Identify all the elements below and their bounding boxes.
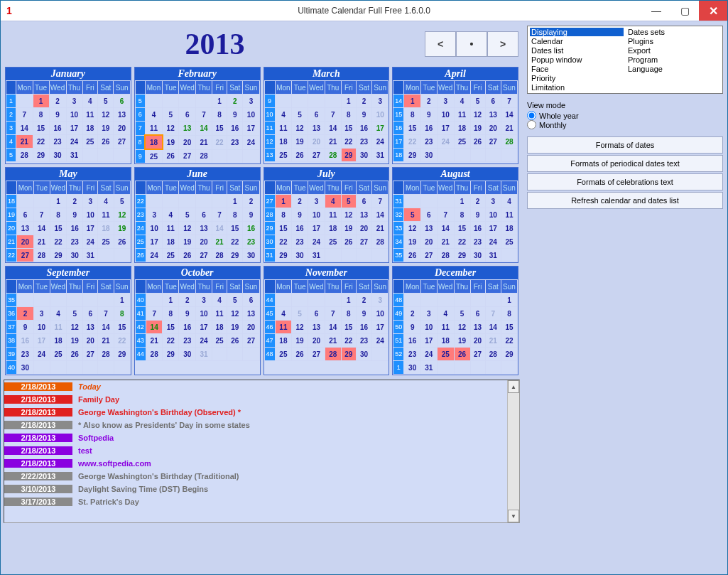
day-cell[interactable]: 19 xyxy=(67,334,83,348)
day-cell[interactable]: 13 xyxy=(420,222,437,235)
day-cell[interactable]: 12 xyxy=(98,108,114,122)
day-cell[interactable]: 1 xyxy=(275,195,292,208)
day-cell[interactable]: 18 xyxy=(275,334,292,348)
day-cell[interactable]: 9 xyxy=(67,208,83,222)
day-cell[interactable]: 20 xyxy=(243,321,259,334)
day-cell[interactable]: 3 xyxy=(196,294,212,307)
day-cell[interactable]: 20 xyxy=(485,122,501,135)
day-cell[interactable]: 14 xyxy=(196,122,212,136)
day-cell[interactable]: 27 xyxy=(17,249,34,262)
day-cell[interactable]: 19 xyxy=(114,222,130,235)
day-cell[interactable]: 30 xyxy=(356,348,371,361)
next-button[interactable]: > xyxy=(487,31,518,57)
day-cell[interactable]: 20 xyxy=(114,122,130,135)
day-cell[interactable]: 9 xyxy=(470,208,485,222)
day-cell[interactable]: 13 xyxy=(470,321,485,334)
day-cell[interactable]: 18 xyxy=(275,135,292,149)
day-cell[interactable]: 25 xyxy=(275,149,292,162)
settings-item-export[interactable]: Export xyxy=(626,46,720,55)
day-cell[interactable]: 6 xyxy=(17,208,34,222)
day-cell[interactable]: 26 xyxy=(404,249,421,262)
day-cell[interactable]: 16 xyxy=(49,122,66,135)
day-cell[interactable]: 17 xyxy=(372,122,389,135)
day-cell[interactable]: 24 xyxy=(83,235,98,249)
day-cell[interactable]: 15 xyxy=(275,222,292,235)
day-cell[interactable]: 16 xyxy=(243,222,259,235)
day-cell[interactable]: 8 xyxy=(454,208,470,222)
day-cell[interactable]: 26 xyxy=(114,235,130,249)
day-cell[interactable]: 21 xyxy=(196,135,212,149)
day-cell[interactable]: 24 xyxy=(243,135,259,149)
day-cell[interactable]: 2 xyxy=(227,95,243,108)
day-cell[interactable]: 9 xyxy=(356,307,371,321)
day-cell[interactable]: 29 xyxy=(275,249,292,262)
day-cell[interactable]: 2 xyxy=(356,294,371,307)
day-cell[interactable]: 19 xyxy=(227,321,243,334)
scroll-down-button[interactable]: ▼ xyxy=(508,510,519,522)
day-cell[interactable]: 27 xyxy=(83,348,98,361)
day-cell[interactable]: 2 xyxy=(292,195,308,208)
day-cell[interactable]: 19 xyxy=(341,222,356,235)
day-cell[interactable]: 27 xyxy=(420,249,437,262)
day-cell[interactable]: 7 xyxy=(485,307,501,321)
day-cell[interactable]: 12 xyxy=(454,321,470,334)
day-cell[interactable]: 24 xyxy=(437,135,454,149)
day-cell[interactable]: 1 xyxy=(114,294,130,307)
day-cell[interactable]: 14 xyxy=(325,321,341,334)
day-cell[interactable]: 28 xyxy=(98,348,114,361)
day-cell[interactable]: 20 xyxy=(83,334,98,348)
day-cell[interactable]: 11 xyxy=(437,321,454,334)
day-cell[interactable]: 14 xyxy=(485,321,501,334)
day-cell[interactable]: 17 xyxy=(243,122,259,136)
day-cell[interactable]: 4 xyxy=(212,294,227,307)
day-cell[interactable]: 21 xyxy=(33,235,50,249)
day-cell[interactable]: 29 xyxy=(50,249,67,262)
day-cell[interactable]: 21 xyxy=(437,235,454,249)
day-cell[interactable]: 30 xyxy=(243,249,259,262)
day-cell[interactable]: 17 xyxy=(83,222,98,235)
day-cell[interactable]: 6 xyxy=(243,294,259,307)
day-cell[interactable]: 2 xyxy=(356,95,371,108)
day-cell[interactable]: 18 xyxy=(50,334,67,348)
day-cell[interactable]: 25 xyxy=(145,149,162,163)
day-cell[interactable]: 9 xyxy=(356,108,371,122)
day-cell[interactable]: 27 xyxy=(179,149,196,163)
day-cell[interactable]: 12 xyxy=(404,222,421,235)
day-cell[interactable]: 1 xyxy=(341,294,356,307)
day-cell[interactable]: 22 xyxy=(212,135,227,149)
day-cell[interactable]: 15 xyxy=(501,321,517,334)
day-cell[interactable]: 13 xyxy=(356,208,371,222)
day-cell[interactable]: 26 xyxy=(454,348,470,361)
day-cell[interactable]: 28 xyxy=(485,348,501,361)
day-cell[interactable]: 25 xyxy=(275,348,292,361)
day-cell[interactable]: 3 xyxy=(83,195,98,208)
day-cell[interactable]: 28 xyxy=(437,249,454,262)
day-cell[interactable]: 23 xyxy=(356,334,371,348)
day-cell[interactable]: 12 xyxy=(227,307,243,321)
day-cell[interactable]: 6 xyxy=(83,307,98,321)
day-cell[interactable]: 2 xyxy=(470,195,485,208)
day-cell[interactable]: 24 xyxy=(33,348,50,361)
day-cell[interactable]: 19 xyxy=(454,334,470,348)
day-cell[interactable]: 2 xyxy=(404,307,421,321)
day-cell[interactable]: 11 xyxy=(212,307,227,321)
day-cell[interactable]: 9 xyxy=(49,108,66,122)
day-cell[interactable]: 11 xyxy=(145,122,162,136)
day-cell[interactable]: 2 xyxy=(179,294,196,307)
day-cell[interactable]: 30 xyxy=(420,149,437,162)
day-cell[interactable]: 4 xyxy=(501,195,517,208)
day-cell[interactable]: 17 xyxy=(146,235,163,249)
formats-of-celebrations-text-button[interactable]: Formats of celebrations text xyxy=(527,173,723,190)
day-cell[interactable]: 6 xyxy=(356,195,371,208)
day-cell[interactable]: 11 xyxy=(98,208,114,222)
day-cell[interactable]: 19 xyxy=(292,135,308,149)
day-cell[interactable]: 29 xyxy=(501,348,517,361)
day-cell[interactable]: 15 xyxy=(404,122,421,135)
day-cell[interactable]: 22 xyxy=(33,135,49,149)
day-cell[interactable]: 28 xyxy=(33,249,50,262)
day-cell[interactable]: 2 xyxy=(243,195,259,208)
day-cell[interactable]: 31 xyxy=(66,149,82,162)
day-cell[interactable]: 8 xyxy=(33,108,49,122)
day-cell[interactable]: 9 xyxy=(292,208,308,222)
day-cell[interactable]: 23 xyxy=(356,135,371,149)
